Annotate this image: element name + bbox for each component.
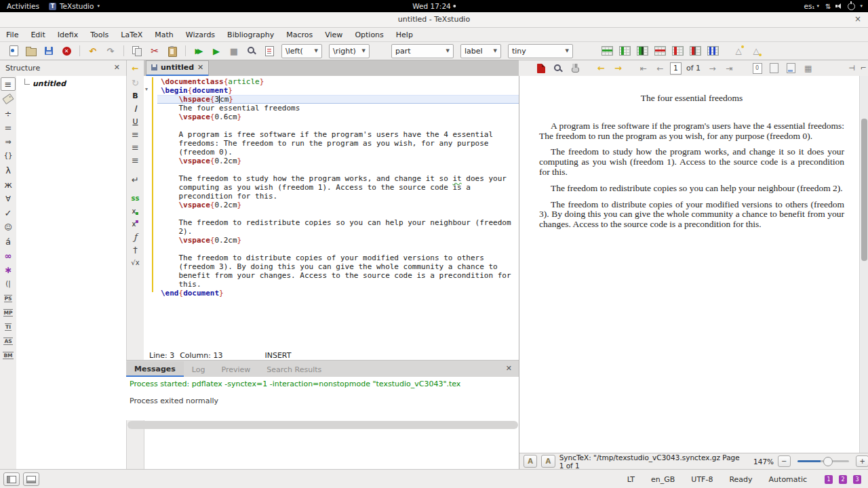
toggle-sidepanel-button[interactable] bbox=[3, 472, 20, 486]
menu-idefix[interactable]: Idefix bbox=[52, 28, 84, 41]
panel-asymptote-commands-icon[interactable]: AS bbox=[1, 335, 15, 347]
code-line[interactable]: \vspace{0.2cm} bbox=[157, 236, 519, 245]
code-line[interactable]: \hspace{3cm} bbox=[157, 95, 519, 104]
fold-arrow-icon[interactable]: ▾ bbox=[145, 86, 148, 92]
code-line[interactable] bbox=[157, 121, 519, 130]
menu-tools[interactable]: Tools bbox=[84, 28, 115, 41]
messages-tab-messages[interactable]: Messages bbox=[126, 361, 184, 378]
next-mark-icon[interactable]: △ bbox=[748, 43, 764, 58]
structure-close-icon[interactable]: ✕ bbox=[114, 63, 120, 72]
sectioning-combo[interactable]: part▼ bbox=[391, 44, 454, 58]
code-line[interactable]: freedoms: The freedom to run the program… bbox=[157, 139, 519, 148]
page-thumbnails-icon[interactable]: 0 bbox=[750, 62, 764, 75]
toggle-bottompanel-button[interactable] bbox=[23, 472, 39, 486]
menu-math[interactable]: Math bbox=[149, 28, 180, 41]
annotation-edit-icon[interactable] bbox=[784, 62, 798, 75]
code-line[interactable]: The freedom to study how the program wor… bbox=[157, 174, 519, 183]
save-file-icon[interactable] bbox=[41, 43, 57, 58]
code-line[interactable] bbox=[157, 209, 519, 218]
code-line[interactable] bbox=[157, 245, 519, 253]
status-utf-8[interactable]: UTF-8 bbox=[691, 475, 713, 484]
reference-combo[interactable]: label▼ bbox=[460, 44, 501, 58]
panel-logic-symbols-icon[interactable]: ∀ bbox=[1, 192, 15, 205]
tab-untitled[interactable]: untitled ✕ bbox=[146, 60, 209, 77]
panel-check-symbols-icon[interactable]: ✓ bbox=[1, 207, 15, 219]
zoom-slider-knob[interactable] bbox=[823, 457, 833, 466]
window-close-icon[interactable]: × bbox=[854, 14, 861, 24]
stop-process-icon[interactable]: ■ bbox=[226, 43, 242, 58]
panel-arrow-symbols-icon[interactable]: ⇒ bbox=[1, 136, 15, 148]
sync-forward-icon[interactable]: → bbox=[611, 62, 625, 75]
bookmark-1-icon[interactable]: 1 bbox=[825, 475, 833, 484]
code-line[interactable]: \end{document} bbox=[157, 289, 519, 298]
status-automatic[interactable]: Automatic bbox=[769, 475, 807, 484]
panel-misc-math-symbols-icon[interactable]: ∞ bbox=[1, 249, 15, 262]
panel-special-symbols-icon[interactable]: ∗ bbox=[1, 264, 15, 276]
messages-close-icon[interactable]: ✕ bbox=[506, 364, 512, 373]
code-line[interactable]: \vspace{0.2cm} bbox=[157, 201, 519, 209]
panel-pstricks-commands-icon[interactable]: PS bbox=[1, 292, 15, 304]
messages-tab-preview[interactable]: Preview bbox=[213, 362, 258, 376]
pdf-scrollbar-track[interactable] bbox=[859, 76, 868, 453]
format-math-function-button[interactable]: ƒ bbox=[129, 231, 142, 243]
panel-delimiter-symbols-icon[interactable]: (| bbox=[1, 278, 15, 290]
app-menu[interactable]: T TeXstudio ▾ bbox=[49, 0, 100, 12]
code-line[interactable]: (freedom 0). bbox=[157, 148, 519, 157]
menu-macros[interactable]: Macros bbox=[280, 28, 319, 41]
activities-button[interactable]: Activities bbox=[7, 2, 39, 10]
last-page-icon[interactable]: ⇥ bbox=[722, 62, 736, 75]
font-size-combo[interactable]: tiny▼ bbox=[508, 44, 573, 58]
format-subscript-button[interactable]: x bbox=[129, 205, 142, 217]
panel-accented-letters-icon[interactable]: á bbox=[1, 235, 15, 247]
clock[interactable]: Wed 17:24 bbox=[412, 0, 456, 12]
menu-latex[interactable]: LaTeX bbox=[115, 28, 149, 41]
status-lt[interactable]: LT bbox=[627, 475, 635, 484]
messages-scrollbar[interactable] bbox=[127, 421, 518, 429]
enlarge-font-button[interactable]: A bbox=[541, 455, 555, 468]
panel-bookmarks-icon[interactable] bbox=[1, 93, 15, 105]
panel-cyrillic-letters-icon[interactable]: ж bbox=[1, 178, 15, 190]
code-line[interactable]: (freedom 3). By doing this you can give … bbox=[157, 262, 519, 271]
table-paste-column-icon[interactable] bbox=[634, 43, 650, 58]
undo-icon[interactable]: ↶ bbox=[85, 43, 101, 58]
left-delimiter-combo[interactable]: \left(▼ bbox=[281, 44, 322, 58]
panel-relation-symbols-icon[interactable]: = bbox=[1, 121, 15, 134]
menu-wizards[interactable]: Wizards bbox=[180, 28, 221, 41]
zoom-out-button[interactable]: − bbox=[778, 455, 790, 467]
format-align-right-button[interactable]: ≡ bbox=[129, 155, 142, 166]
status-en-gb[interactable]: en_GB bbox=[651, 475, 675, 484]
table-add-column-icon[interactable] bbox=[616, 43, 633, 58]
panel-misc-text-symbols-icon[interactable]: ☺ bbox=[1, 221, 15, 233]
pdf-scrollbar-thumb[interactable] bbox=[861, 119, 867, 261]
code-line[interactable]: The four essential freedoms bbox=[157, 104, 519, 113]
menu-help[interactable]: Help bbox=[390, 28, 419, 41]
code-line[interactable]: 2). bbox=[157, 227, 519, 236]
format-italic-button[interactable]: I bbox=[129, 103, 142, 115]
code-line[interactable]: \vspace{0.6cm} bbox=[157, 113, 519, 121]
format-refresh-button[interactable]: ↻ bbox=[129, 77, 142, 89]
panel-operator-symbols-icon[interactable]: ÷ bbox=[1, 107, 15, 119]
table-remove-row-icon[interactable] bbox=[652, 43, 668, 58]
tab-close-icon[interactable]: ✕ bbox=[197, 63, 203, 72]
previous-page-icon[interactable]: ← bbox=[653, 62, 667, 75]
structure-item-untitled[interactable]: untitled bbox=[24, 79, 126, 88]
code-line[interactable]: computing as you wish (freedom 1). Acces… bbox=[157, 183, 519, 192]
code-line[interactable]: The freedom to distribute copies of your… bbox=[157, 253, 519, 262]
format-linebreak-button[interactable]: ↵ bbox=[129, 174, 142, 186]
pdf-preview-pane[interactable]: The four essential freedoms A program is… bbox=[519, 76, 868, 469]
new-document-icon[interactable] bbox=[5, 43, 22, 58]
page-number-input[interactable]: 1 bbox=[670, 62, 682, 75]
code-line[interactable]: \documentclass{article} bbox=[157, 77, 519, 86]
pdf-dock-icon[interactable]: ⊣ bbox=[848, 64, 855, 73]
compile-icon[interactable]: ▶ bbox=[208, 43, 224, 58]
annotation-page-icon[interactable] bbox=[767, 62, 781, 75]
right-delimiter-combo[interactable]: \right)▼ bbox=[329, 44, 370, 58]
menu-options[interactable]: Options bbox=[349, 28, 389, 41]
pdf-restore-icon[interactable]: ⌐ bbox=[861, 64, 867, 73]
continuous-view-icon[interactable]: ▦ bbox=[801, 62, 815, 75]
editor-text[interactable]: \documentclass{article}\begin{document} … bbox=[157, 77, 519, 298]
messages-tab-log[interactable]: Log bbox=[184, 362, 214, 376]
format-superscript-button[interactable]: x bbox=[129, 218, 142, 230]
paste-icon[interactable] bbox=[164, 43, 180, 58]
code-line[interactable]: benefit from your changes. Access to the… bbox=[157, 271, 519, 280]
